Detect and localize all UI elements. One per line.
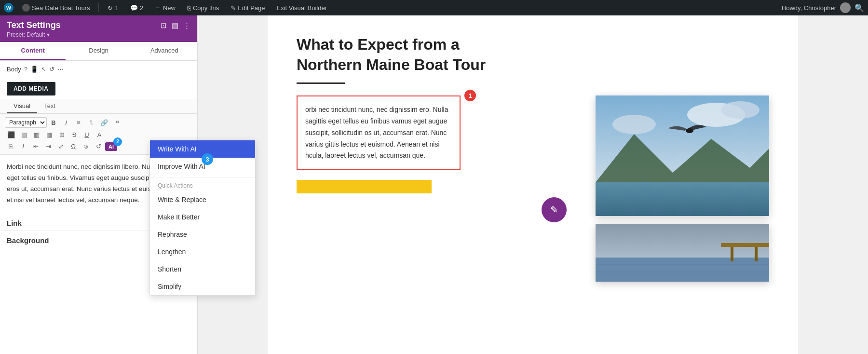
panel-tabs: Content Design Advanced	[0, 42, 197, 61]
link-button[interactable]: 🔗	[98, 118, 110, 128]
user-avatar[interactable]	[840, 2, 851, 13]
unordered-list-button[interactable]: ≡	[73, 118, 84, 128]
help-icon[interactable]: ?	[24, 66, 27, 73]
body-row: Body ? 📱 ↖ ↺ ⋯	[0, 61, 197, 78]
bold-button[interactable]: B	[48, 118, 59, 128]
italic2-button[interactable]: I	[17, 141, 29, 151]
align-center-button[interactable]: ▤	[18, 130, 30, 140]
paste-text-button[interactable]: ⎘	[5, 141, 16, 151]
step-3-number: 3	[205, 156, 209, 163]
simplify-item[interactable]: Simplify	[150, 278, 255, 295]
align-justify-button[interactable]: ▦	[43, 130, 55, 140]
align-right-button[interactable]: ▥	[31, 130, 42, 140]
edit-label: Edit Page	[238, 4, 265, 12]
ai-badge: 2	[113, 137, 122, 146]
fullscreen-button[interactable]: ⤢	[55, 141, 67, 151]
blockquote-button[interactable]: ❝	[111, 118, 123, 128]
comments-item[interactable]: 💬 2	[127, 4, 146, 12]
panel-header: Text Settings ⊡ ▤ ⋮ Preset: Default ▾	[0, 15, 197, 42]
shorten-item[interactable]: Shorten	[150, 260, 255, 278]
panel-header-icons: ⊡ ▤ ⋮	[161, 21, 190, 30]
new-label: New	[163, 4, 176, 12]
selected-text: orbi nec tincidunt nunc, nec dignissim e…	[305, 104, 452, 162]
lengthen-item[interactable]: Lengthen	[150, 243, 255, 260]
purple-circle-icon: ✎	[550, 204, 558, 216]
tab-design[interactable]: Design	[66, 42, 131, 60]
table-button[interactable]: ⊞	[56, 130, 68, 140]
panel-title: Text Settings	[7, 20, 61, 30]
divider-1	[98, 3, 99, 12]
step-badge-3: 3	[202, 153, 213, 165]
main-layout: Text Settings ⊡ ▤ ⋮ Preset: Default ▾ Co…	[0, 0, 868, 354]
new-button[interactable]: ＋ New	[152, 3, 178, 12]
purple-circle: ✎	[542, 197, 567, 222]
preset-label[interactable]: Preset: Default ▾	[7, 31, 190, 38]
site-favicon	[22, 4, 30, 12]
svg-rect-5	[596, 182, 769, 216]
tab-content[interactable]: Content	[0, 42, 66, 60]
top-bar: W Sea Gate Boat Tours ↻ 1 💬 2 ＋ New ⎘ Co…	[0, 0, 868, 15]
dropdown-divider	[150, 177, 255, 177]
ai-button[interactable]: AI 2	[105, 142, 117, 151]
emoji-button[interactable]: ☺	[80, 141, 92, 151]
indent-right-button[interactable]: ⇥	[42, 141, 54, 151]
step-1-number: 1	[468, 92, 472, 99]
undo2-button[interactable]: ↺	[93, 141, 104, 151]
indent-left-button[interactable]: ⇤	[30, 141, 41, 151]
plus-icon: ＋	[155, 3, 161, 12]
main-image	[596, 95, 769, 216]
underline-button[interactable]: U	[81, 130, 93, 140]
toolbar-row-1: Paragraph Heading 1 Heading 2 B I ≡ ⒈ 🔗 …	[5, 117, 192, 128]
tab-visual[interactable]: Visual	[7, 99, 37, 113]
add-media-row: ADD MEDIA	[0, 78, 197, 99]
site-icon-item[interactable]: Sea Gate Boat Tours	[19, 4, 93, 12]
toolbar-row-2: ⬛ ▤ ▥ ▦ ⊞ S U A	[5, 130, 192, 140]
step-badge-1: 1	[464, 90, 476, 101]
top-bar-right: Howdy, Christopher 🔍	[782, 2, 864, 13]
page-title: What to Expect from a Northern Maine Boa…	[297, 35, 499, 75]
svg-rect-12	[731, 247, 733, 261]
copy-this-button[interactable]: ⎘ Copy this	[184, 4, 222, 12]
align-left-button[interactable]: ⬛	[5, 130, 17, 140]
wp-logo-icon[interactable]: W	[4, 3, 14, 13]
italic-button[interactable]: I	[60, 118, 72, 128]
yellow-accent-bar	[297, 180, 432, 193]
responsive-icon[interactable]: ⊡	[161, 21, 167, 30]
body-label: Body	[7, 66, 21, 73]
howdy-text: Howdy, Christopher	[782, 4, 836, 12]
special-char-button[interactable]: Ω	[68, 141, 79, 151]
exit-visual-builder-button[interactable]: Exit Visual Builder	[274, 4, 330, 12]
tab-advanced[interactable]: Advanced	[132, 42, 197, 60]
svg-rect-11	[721, 243, 769, 247]
comments-count: 2	[140, 4, 143, 12]
svg-point-3	[612, 115, 656, 134]
svg-rect-9	[596, 224, 769, 258]
cursor-icon[interactable]: ↖	[41, 66, 46, 73]
more-icon[interactable]: ⋮	[183, 21, 190, 30]
edit-page-button[interactable]: ✎ Edit Page	[228, 4, 268, 12]
columns-icon[interactable]: ▤	[172, 21, 178, 30]
rephrase-item[interactable]: Rephrase	[150, 226, 255, 243]
right-content: What to Expect from a Northern Maine Boa…	[198, 15, 868, 354]
search-icon[interactable]: 🔍	[854, 3, 864, 13]
tab-text[interactable]: Text	[37, 99, 62, 113]
undo-icon[interactable]: ↺	[49, 66, 54, 73]
svg-point-2	[721, 101, 760, 119]
paragraph-select[interactable]: Paragraph Heading 1 Heading 2	[5, 117, 47, 128]
revisions-item[interactable]: ↻ 1	[105, 4, 121, 12]
selected-text-box: orbi nec tincidunt nunc, nec dignissim e…	[297, 95, 461, 170]
mobile-icon[interactable]: 📱	[30, 66, 38, 73]
strikethrough-button[interactable]: S	[68, 130, 80, 140]
comments-icon: 💬	[130, 4, 138, 12]
ordered-list-button[interactable]: ⒈	[85, 117, 97, 128]
text-color-button[interactable]: A	[94, 130, 105, 140]
quick-actions-label: Quick Actions	[150, 179, 255, 191]
page-divider	[297, 82, 345, 84]
write-replace-item[interactable]: Write & Replace	[150, 191, 255, 208]
make-it-better-item[interactable]: Make It Better	[150, 208, 255, 226]
page-content-area: What to Expect from a Northern Maine Boa…	[268, 15, 798, 354]
svg-rect-13	[755, 247, 758, 261]
kebab-icon[interactable]: ⋯	[57, 66, 64, 73]
copy-label: Copy this	[193, 4, 219, 12]
add-media-button[interactable]: ADD MEDIA	[7, 82, 55, 95]
